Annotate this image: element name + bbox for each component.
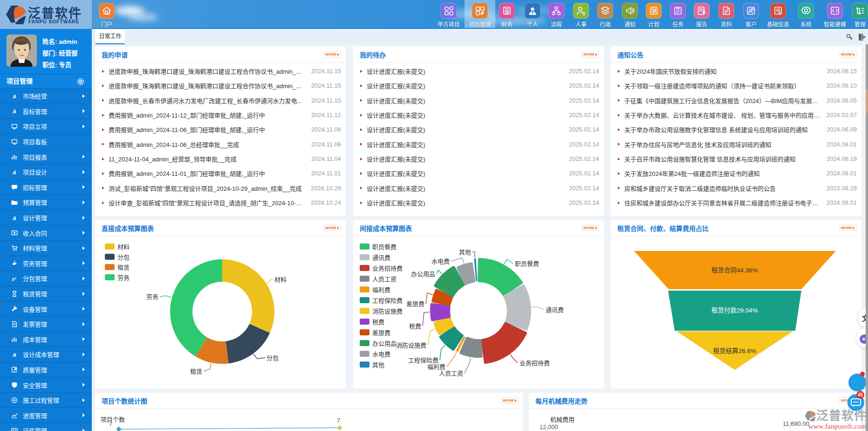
svg-text:差旅费: 差旅费: [406, 300, 424, 307]
svg-text:A: A: [12, 109, 16, 114]
svg-text:A: A: [12, 215, 16, 221]
svg-text:福利费: 福利费: [427, 363, 445, 370]
svg-text:工程保险费: 工程保险费: [408, 357, 438, 364]
svg-text:业务招待费: 业务招待费: [519, 360, 550, 367]
svg-text:租赁: 租赁: [190, 368, 202, 375]
svg-text:税费: 税费: [409, 323, 421, 330]
svg-text:材料: 材料: [274, 276, 287, 283]
svg-text:¥: ¥: [778, 10, 780, 15]
svg-text:A: A: [12, 93, 16, 99]
svg-text:通讯费: 通讯费: [546, 306, 564, 313]
svg-text:劳务: 劳务: [146, 293, 158, 300]
svg-text:人员工资: 人员工资: [439, 370, 463, 377]
svg-text:水电费: 水电费: [431, 258, 450, 265]
svg-text:分包: 分包: [267, 355, 279, 361]
svg-text:消防设施费: 消防设施费: [396, 342, 426, 349]
svg-text:A: A: [12, 169, 16, 175]
svg-text:办公用品: 办公用品: [411, 271, 435, 278]
svg-text:租赁合同44.36%: 租赁合同44.36%: [711, 267, 758, 274]
svg-text:租赁付款29.04%: 租赁付款29.04%: [711, 307, 758, 314]
svg-text:其他: 其他: [459, 249, 471, 256]
svg-text:租赁结算26.6%: 租赁结算26.6%: [713, 348, 756, 355]
svg-text:职员餐费: 职员餐费: [515, 260, 539, 267]
svg-text:¥: ¥: [506, 9, 508, 14]
svg-text:A: A: [12, 352, 16, 357]
svg-text:x²: x²: [12, 276, 17, 281]
